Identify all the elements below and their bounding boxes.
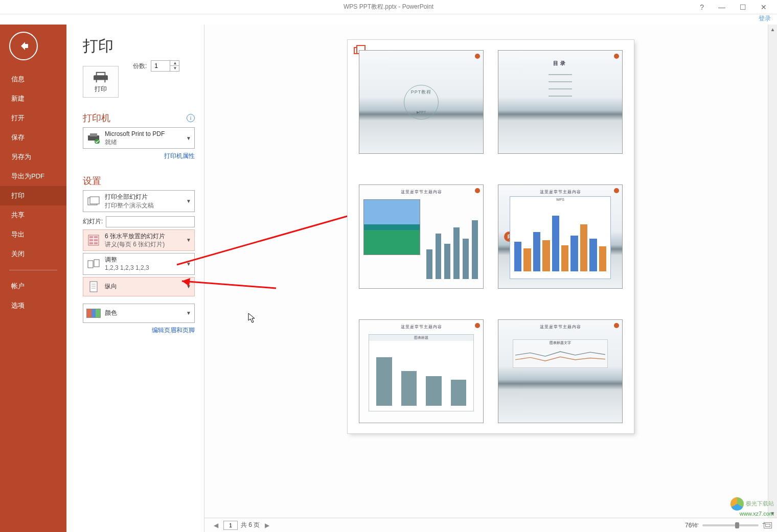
layout-title: 6 张水平放置的幻灯片 xyxy=(105,232,165,240)
slides-input[interactable] xyxy=(106,216,195,227)
sidebar-item-new[interactable]: 新建 xyxy=(0,89,66,108)
printer-status-icon xyxy=(86,131,101,145)
slides-label: 幻灯片: xyxy=(83,217,103,226)
sidebar-item-saveas[interactable]: 另存为 xyxy=(0,147,66,167)
svg-rect-14 xyxy=(90,282,97,292)
zoom-out[interactable]: − xyxy=(695,520,699,527)
range-title: 打印全部幻灯片 xyxy=(105,193,154,201)
svg-rect-13 xyxy=(94,260,99,267)
print-button[interactable]: 打印 xyxy=(83,66,119,98)
print-preview: PPT教程 ▶PPT 目录 这里是章节主题内容 xyxy=(204,25,777,532)
portrait-icon xyxy=(86,280,101,294)
slide-thumb-2: 目录 xyxy=(498,50,623,154)
svg-rect-7 xyxy=(94,236,98,238)
color-select[interactable]: 颜色 ▼ xyxy=(83,304,195,323)
svg-rect-1 xyxy=(90,133,97,136)
svg-rect-12 xyxy=(88,261,93,268)
login-link[interactable]: 登录 xyxy=(0,14,777,25)
range-sub: 打印整个演示文稿 xyxy=(105,201,154,210)
chevron-down-icon: ▼ xyxy=(186,284,191,289)
page-total: 共 6 页 xyxy=(241,521,260,529)
sidebar-item-print[interactable]: 打印 xyxy=(0,186,66,205)
chevron-down-icon: ▼ xyxy=(186,198,191,204)
sidebar-item-info[interactable]: 信息 xyxy=(0,70,66,89)
prev-page-button[interactable]: ◀ xyxy=(212,522,220,529)
next-page-button[interactable]: ▶ xyxy=(263,522,271,529)
collate-title: 调整 xyxy=(105,256,149,264)
slide-thumb-1: PPT教程 ▶PPT xyxy=(359,50,484,154)
printer-select[interactable]: Microsoft Print to PDF 就绪 ▼ xyxy=(83,127,195,149)
maximize-button[interactable]: ☐ xyxy=(740,3,746,11)
chevron-down-icon: ▼ xyxy=(186,261,191,267)
sidebar-separator xyxy=(9,270,57,270)
svg-rect-9 xyxy=(94,239,98,241)
sidebar-item-save[interactable]: 保存 xyxy=(0,128,66,147)
preview-page: PPT教程 ▶PPT 目录 这里是章节主题内容 xyxy=(348,40,634,433)
orientation-title: 纵向 xyxy=(105,282,117,290)
chevron-down-icon: ▼ xyxy=(186,237,191,243)
sidebar-item-open[interactable]: 打开 xyxy=(0,108,66,128)
chevron-down-icon: ▼ xyxy=(186,310,191,316)
sidebar-item-share[interactable]: 共享 xyxy=(0,205,66,225)
edit-header-footer-link[interactable]: 编辑页眉和页脚 xyxy=(152,327,195,334)
sidebar-item-options[interactable]: 选项 xyxy=(0,296,66,315)
collate-icon xyxy=(86,257,101,271)
scroll-up[interactable]: ▲ xyxy=(768,25,777,34)
zoom-slider[interactable]: − + xyxy=(702,524,759,526)
printer-icon xyxy=(93,71,108,84)
page-number-input[interactable] xyxy=(223,521,238,530)
collate-sub: 1,2,3 1,2,3 1,2,3 xyxy=(105,264,149,272)
slide-thumb-4: 这里是章节主题内容 P WPS xyxy=(498,184,623,288)
copies-up[interactable]: ▲ xyxy=(170,61,179,66)
slide-thumb-3: 这里是章节主题内容 xyxy=(359,184,484,288)
slides-icon xyxy=(86,194,101,209)
printer-status: 就绪 xyxy=(105,138,165,146)
settings-section-title: 设置 xyxy=(83,175,195,187)
color-title: 颜色 xyxy=(105,309,117,317)
print-range-select[interactable]: 打印全部幻灯片 打印整个演示文稿 ▼ xyxy=(83,190,195,212)
zoom-handle[interactable] xyxy=(735,522,739,528)
sidebar-item-export[interactable]: 导出 xyxy=(0,225,66,244)
copies-input[interactable] xyxy=(151,62,170,70)
back-button[interactable] xyxy=(9,32,38,60)
copies-label: 份数: xyxy=(133,62,147,71)
printer-name: Microsoft Print to PDF xyxy=(105,130,165,138)
svg-rect-8 xyxy=(89,239,93,241)
print-settings-panel: 打印 打印 份数: ▲ ▼ 打印机 i Microsoft Pri xyxy=(66,25,204,532)
page-title: 打印 xyxy=(83,36,195,57)
color-icon xyxy=(86,306,101,320)
svg-rect-10 xyxy=(89,242,93,244)
app-title: WPS PPT教程.pptx - PowerPoint xyxy=(344,3,433,11)
sidebar-item-close[interactable]: 关闭 xyxy=(0,244,66,264)
title-bar: WPS PPT教程.pptx - PowerPoint ? — ☐ ✕ xyxy=(0,0,777,14)
chevron-down-icon: ▼ xyxy=(186,135,191,141)
sidebar-item-exportpdf[interactable]: 导出为PDF xyxy=(0,167,66,186)
svg-rect-6 xyxy=(89,236,93,238)
preview-scrollbar[interactable]: ▲ ▼ xyxy=(768,25,777,518)
copies-down[interactable]: ▼ xyxy=(170,66,179,71)
layout-select[interactable]: 6 张水平放置的幻灯片 讲义(每页 6 张幻灯片) ▼ xyxy=(83,229,195,251)
printer-section-title: 打印机 i xyxy=(83,112,195,124)
layout-sub: 讲义(每页 6 张幻灯片) xyxy=(105,240,165,248)
copies-spinner[interactable]: ▲ ▼ xyxy=(151,60,179,72)
printer-properties-link[interactable]: 打印机属性 xyxy=(164,152,195,159)
printer-info-icon[interactable]: i xyxy=(187,114,195,122)
close-button[interactable]: ✕ xyxy=(761,3,767,11)
collate-select[interactable]: 调整 1,2,3 1,2,3 1,2,3 ▼ xyxy=(83,253,195,274)
sidebar-item-account[interactable]: 帐户 xyxy=(0,276,66,296)
svg-rect-11 xyxy=(94,242,98,244)
slide-thumb-6: 这里是章节主题内容 图表标题文字 xyxy=(498,319,623,423)
fit-to-window-button[interactable] xyxy=(764,522,772,528)
print-button-label: 打印 xyxy=(95,85,107,94)
orientation-select[interactable]: 纵向 ▼ xyxy=(83,277,195,296)
backstage-sidebar: 信息 新建 打开 保存 另存为 导出为PDF 打印 共享 导出 关闭 帐户 选项 xyxy=(0,25,66,532)
minimize-button[interactable]: — xyxy=(718,3,725,11)
preview-status-bar: ◀ 共 6 页 ▶ 76% − + xyxy=(204,518,777,532)
svg-rect-4 xyxy=(90,197,99,204)
slide-thumb-5: 这里是章节主题内容 图表标题 xyxy=(359,319,484,423)
help-button[interactable]: ? xyxy=(700,3,704,11)
scroll-down[interactable]: ▼ xyxy=(768,508,777,518)
handout-6-icon xyxy=(86,233,101,247)
